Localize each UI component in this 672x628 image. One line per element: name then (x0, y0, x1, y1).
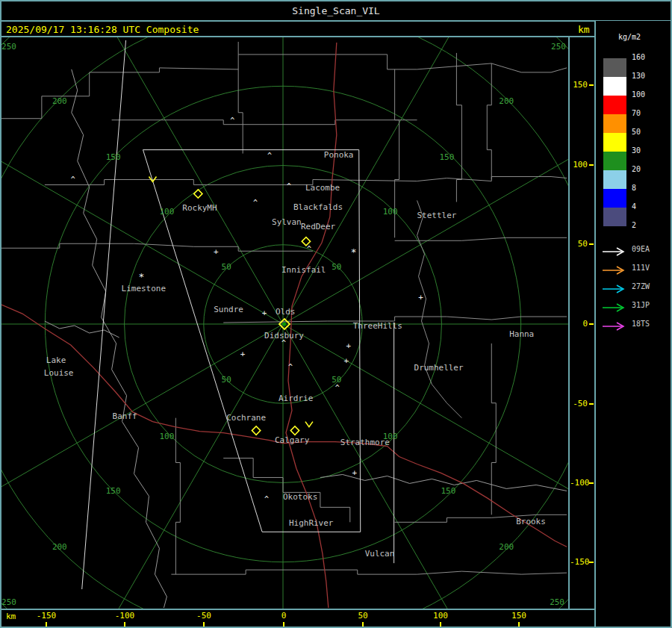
city-label: Lake (46, 355, 66, 365)
county-boundary (456, 53, 461, 202)
station-legend-row: 27ZW (602, 282, 671, 293)
ring-distance-label: 150 (106, 486, 121, 496)
ring-distance-label: 100 (160, 207, 175, 217)
ring-distance-label: 100 (160, 432, 175, 441)
storm-cell-marker (194, 190, 202, 198)
station-id: 09EA (632, 245, 650, 253)
storm-cell-marker (252, 426, 260, 435)
scale-color-swatch (603, 152, 626, 170)
town-marker: ^ (264, 495, 269, 503)
title-bar: Single_Scan_VIL (1, 1, 671, 22)
bottom-axis-tick (124, 622, 125, 627)
scale-value-label: 8 (632, 184, 662, 194)
town-marker: ^ (253, 199, 258, 207)
right-axis-label: -100 (570, 478, 588, 488)
right-axis-tick (589, 403, 594, 405)
ring-distance-label: 200 (52, 542, 67, 552)
city-label: Lacombe (305, 183, 340, 193)
county-boundary (1, 243, 313, 251)
scale-color-swatch (603, 133, 626, 152)
town-marker: * (139, 271, 145, 282)
town-marker: + (214, 247, 219, 257)
bottom-axis: km -150-100-50050100150 (1, 610, 596, 627)
scale-color-swatch (603, 77, 626, 96)
city-label: Olds (276, 307, 295, 317)
scale-color-swatch (603, 114, 626, 133)
town-marker: ^ (287, 182, 291, 190)
bottom-axis-tick (518, 622, 520, 627)
ring-distance-label: 150 (441, 486, 456, 496)
town-marker: ^ (71, 175, 75, 184)
radar-map[interactable]: 5050505010010010010015015015015020020020… (1, 37, 568, 609)
city-label: Calgary (275, 435, 310, 445)
right-axis-unit: km (578, 24, 590, 35)
scale-unit-label: kg/m2 (618, 33, 641, 41)
right-axis-label: 0 (570, 319, 588, 329)
city-label: ThreeHills (353, 321, 402, 331)
station-id: 111V (632, 264, 650, 272)
ring-distance-label: 50 (222, 262, 231, 272)
scale-value-label: 50 (632, 128, 662, 138)
scale-color-swatch (603, 58, 626, 77)
radar-viewer-window: Single_Scan_VIL 2025/09/17 13:16:28 UTC … (0, 0, 672, 628)
bottom-axis-tick (46, 622, 47, 627)
right-axis-tick (589, 243, 594, 245)
bottom-axis-label: -50 (187, 611, 220, 621)
bottom-axis-label: 0 (267, 611, 300, 621)
ring-distance-label: 150 (440, 152, 455, 162)
ring-distance-label: 250 (551, 42, 566, 52)
county-boundary (171, 570, 567, 574)
scale-value-label: 2 (632, 221, 662, 231)
storm-cell-marker (302, 237, 310, 246)
right-axis-tick (589, 164, 594, 166)
city-label: Hanna (509, 329, 534, 339)
right-axis: 150100500-50-100-150 (570, 37, 594, 609)
county-boundary (417, 200, 462, 417)
bottom-axis-label: 150 (503, 611, 535, 621)
town-marker: + (343, 356, 349, 366)
right-axis-label: -50 (570, 399, 588, 408)
scale-color-swatch (603, 189, 626, 208)
town-marker: ^ (230, 116, 234, 125)
station-arrow-icon (602, 285, 629, 293)
city-label: Strathmore (340, 438, 390, 447)
town-marker: + (240, 349, 246, 359)
scale-value-label: 130 (632, 72, 662, 82)
city-label: Ponoka (324, 150, 354, 160)
map-canvas[interactable]: 5050505010010010010015015015015020020020… (1, 37, 568, 609)
bottom-axis-label: -100 (108, 611, 141, 621)
city-label: Airdrie (279, 394, 313, 403)
scale-color-swatch (603, 96, 626, 114)
station-id: 31JP (632, 301, 650, 309)
town-marker: + (346, 341, 351, 351)
ring-distance-label: 50 (222, 375, 231, 385)
town-marker: ^ (281, 339, 286, 347)
city-label: Cochrane (226, 413, 266, 423)
bottom-axis-tick (283, 622, 284, 627)
right-axis-label: -150 (570, 557, 588, 567)
storm-motion-vector (305, 422, 313, 427)
right-axis-label: 150 (570, 80, 588, 90)
legend-panel: kg/m2 16013010070503020842 09EA111V27ZW3… (596, 21, 672, 627)
station-arrow-icon (602, 247, 629, 256)
scale-color-swatch (603, 170, 626, 189)
county-boundary (491, 343, 496, 514)
ring-distance-label: 50 (332, 262, 341, 272)
scale-value-label: 100 (632, 90, 662, 101)
station-id: 18TS (632, 320, 650, 328)
station-id: 27ZW (632, 282, 650, 290)
city-label: Okotoks (283, 492, 317, 502)
bottom-axis-tick (440, 622, 441, 627)
right-axis-tick (589, 323, 594, 325)
right-axis-tick (589, 562, 594, 563)
city-label: Stettler (417, 211, 457, 220)
city-label: HighRiver (289, 518, 334, 528)
right-axis-tick (589, 84, 594, 86)
town-marker: ^ (267, 152, 272, 160)
city-label: Vulcan (365, 549, 395, 559)
city-label: Innisfail (281, 265, 326, 275)
ring-distance-label: 250 (1, 42, 16, 52)
ring-distance-label: 100 (383, 207, 398, 217)
scale-value-label: 70 (632, 109, 662, 119)
town-marker: * (351, 246, 357, 258)
